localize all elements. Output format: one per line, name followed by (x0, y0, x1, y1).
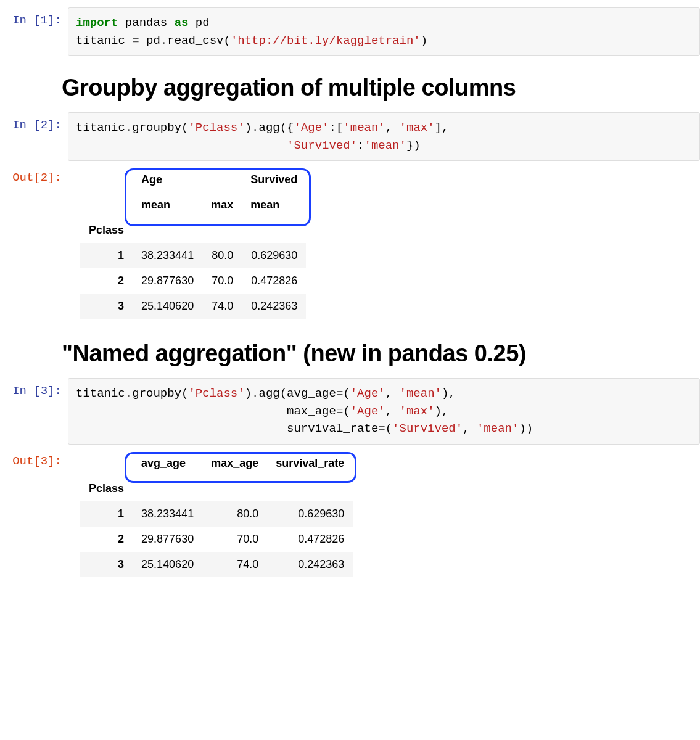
table-row: 1 38.233441 80.0 0.629630 (80, 501, 353, 527)
code-block-2[interactable]: titanic.groupby('Pclass').agg({'Age':['m… (68, 112, 700, 161)
input-cell-2: In [2]: titanic.groupby('Pclass').agg({'… (0, 112, 700, 161)
table-row: 3 25.140620 74.0 0.242363 (80, 552, 353, 577)
output-table-3: avg_age max_age survival_rate Pclass 1 3… (80, 451, 353, 577)
subcol-mean: mean (133, 192, 202, 218)
col-max-age: max_age (202, 451, 267, 476)
output-table-2: Age Survived mean max mean Pclass (80, 167, 306, 319)
index-name: Pclass (80, 476, 133, 501)
prompt-in-2: In [2]: (0, 112, 68, 132)
section-heading-1: Groupby aggregation of multiple columns (62, 75, 700, 101)
kw-as: as (175, 16, 189, 30)
output-block-3: avg_age max_age survival_rate Pclass 1 3… (68, 448, 700, 580)
subcol-max: max (202, 192, 242, 218)
table-row: 2 29.877630 70.0 0.472826 (80, 527, 353, 552)
table-row: 1 38.233441 80.0 0.629630 (80, 243, 306, 268)
table-row: 3 25.140620 74.0 0.242363 (80, 294, 306, 319)
col-survived: Survived (242, 167, 306, 192)
table-row: 2 29.877630 70.0 0.472826 (80, 268, 306, 294)
code-block-3[interactable]: titanic.groupby('Pclass').agg(avg_age=('… (68, 378, 700, 445)
output-block-2: Age Survived mean max mean Pclass (68, 165, 700, 322)
prompt-out-2: Out[2]: (0, 165, 68, 184)
index-name: Pclass (80, 218, 133, 243)
output-cell-3: Out[3]: avg_age max_age survival_rate Pc… (0, 448, 700, 580)
col-avg-age: avg_age (133, 451, 202, 476)
kw-import: import (76, 16, 118, 30)
prompt-out-3: Out[3]: (0, 448, 68, 468)
prompt-in-1: In [1]: (0, 7, 68, 27)
code-block-1[interactable]: import pandas as pd titanic = pd.read_cs… (68, 7, 700, 56)
col-survival-rate: survival_rate (267, 451, 353, 476)
output-cell-2: Out[2]: Age Survived mean max mean (0, 165, 700, 322)
input-cell-3: In [3]: titanic.groupby('Pclass').agg(av… (0, 378, 700, 445)
prompt-in-3: In [3]: (0, 378, 68, 398)
input-cell-1: In [1]: import pandas as pd titanic = pd… (0, 7, 700, 56)
section-heading-2: "Named aggregation" (new in pandas 0.25) (62, 340, 700, 367)
subcol-mean-2: mean (242, 192, 306, 218)
col-age: Age (133, 167, 242, 192)
